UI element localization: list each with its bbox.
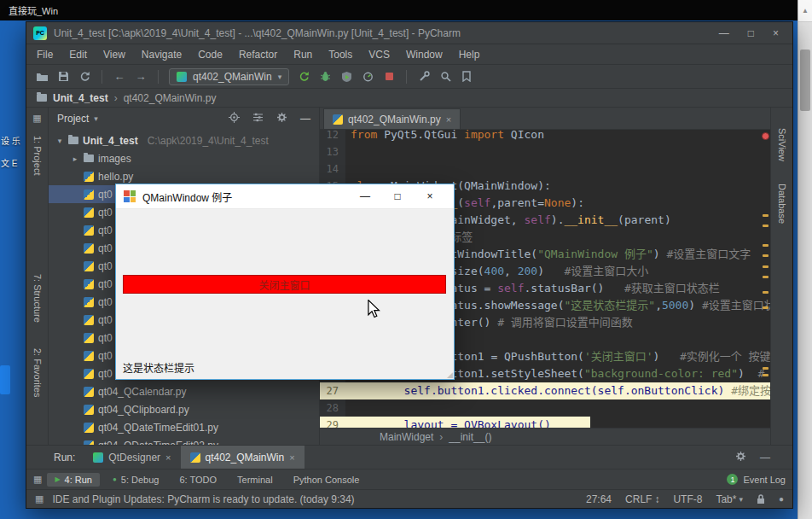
tool-tab-structure[interactable]: 7: Structure bbox=[32, 274, 43, 323]
tree-item[interactable]: qt04_QDateTimeEdit02.py bbox=[49, 436, 319, 445]
scrollbar-thumb[interactable] bbox=[800, 50, 810, 111]
warning-stripe-mark[interactable] bbox=[763, 291, 768, 294]
menu-code[interactable]: Code bbox=[198, 49, 223, 61]
menu-edit[interactable]: Edit bbox=[69, 49, 87, 61]
line-number[interactable]: 14 bbox=[320, 160, 345, 178]
menu-window[interactable]: Window bbox=[406, 49, 443, 61]
resize-grip-icon[interactable]: ◢ bbox=[447, 370, 453, 379]
filter-icon[interactable] bbox=[252, 113, 264, 125]
locate-icon[interactable] bbox=[229, 112, 240, 125]
titlebar[interactable]: PC Unit_4_test [C:\apk\2019_4\Unit_4_tes… bbox=[26, 22, 792, 44]
quick-access-icon[interactable]: ▦ bbox=[33, 474, 42, 485]
close-icon[interactable]: × bbox=[165, 452, 171, 463]
sync-icon[interactable] bbox=[78, 71, 91, 82]
qt-minimize-button[interactable]: — bbox=[349, 190, 381, 202]
run-tab-qtdesigner[interactable]: QtDesigner× bbox=[84, 446, 180, 469]
caret-position[interactable]: 27:64 bbox=[586, 493, 612, 505]
inspections-icon[interactable]: ● bbox=[779, 494, 784, 504]
desktop-icon-label[interactable]: 文 E bbox=[1, 159, 25, 169]
bookmark-icon[interactable] bbox=[460, 71, 473, 82]
tool-tab-project[interactable]: 1: Project bbox=[32, 136, 43, 175]
tree-item[interactable]: qt04_QClipboard.py bbox=[49, 400, 319, 418]
background-window-titlebar[interactable]: 直接玩_Win bbox=[0, 0, 798, 20]
line-number[interactable]: 28 bbox=[320, 399, 345, 417]
close-button[interactable]: × bbox=[773, 27, 779, 39]
qt-maximize-button[interactable]: □ bbox=[381, 190, 414, 202]
open-icon[interactable] bbox=[35, 71, 49, 82]
toolwindow-event-log[interactable]: Event Log bbox=[743, 475, 786, 485]
wrench-icon[interactable] bbox=[417, 71, 431, 82]
menu-help[interactable]: Help bbox=[459, 49, 480, 61]
scrollbar-up-arrow[interactable]: ▲ bbox=[798, 0, 812, 22]
tree-item[interactable]: ▾Unit_4_testC:\apk\2019_4\Unit_4_test bbox=[49, 131, 319, 149]
code-line[interactable]: 13 bbox=[320, 143, 770, 160]
tool-tab-favorites[interactable]: 2: Favorites bbox=[32, 348, 43, 397]
tool-buttons-icon[interactable]: ▦ bbox=[32, 113, 41, 124]
stop-icon[interactable] bbox=[382, 72, 396, 81]
menu-file[interactable]: File bbox=[37, 49, 53, 61]
warning-stripe-mark[interactable] bbox=[763, 225, 768, 227]
close-icon[interactable]: × bbox=[446, 114, 451, 125]
warning-stripe-mark[interactable] bbox=[763, 276, 768, 278]
hide-panel-icon[interactable]: — bbox=[300, 113, 310, 125]
breadcrumb-file[interactable]: qt402_QMainWin.py bbox=[124, 92, 217, 104]
maximize-button[interactable]: □ bbox=[748, 27, 754, 39]
tree-item[interactable]: qt04_QCalendar.py bbox=[49, 382, 319, 400]
toolwindow-5-debug[interactable]: ●5: Debug bbox=[105, 473, 167, 487]
project-view-selector[interactable]: Project bbox=[57, 113, 89, 125]
line-number[interactable]: 29 bbox=[320, 417, 345, 428]
menu-view[interactable]: View bbox=[103, 49, 125, 61]
tree-item[interactable]: ▸images bbox=[49, 149, 319, 167]
rerun-icon[interactable] bbox=[297, 71, 310, 82]
code-line[interactable]: 14 bbox=[320, 160, 770, 178]
tool-tab-sciview[interactable]: SciView bbox=[777, 128, 787, 161]
menu-navigate[interactable]: Navigate bbox=[142, 49, 182, 61]
minimize-button[interactable]: — bbox=[719, 27, 729, 39]
close-main-window-button[interactable]: 关闭主窗口 bbox=[123, 275, 446, 294]
error-indicator-icon[interactable] bbox=[762, 132, 769, 140]
line-number[interactable]: 13 bbox=[320, 143, 345, 160]
toolwindow-python-console[interactable]: Python Console bbox=[286, 473, 368, 487]
back-icon[interactable]: ← bbox=[113, 70, 126, 83]
tree-item[interactable]: hello.py bbox=[49, 167, 319, 185]
breadcrumb-project[interactable]: Unit_4_test bbox=[53, 92, 108, 104]
menu-refactor[interactable]: Refactor bbox=[239, 49, 277, 61]
toolwindow-terminal[interactable]: Terminal bbox=[229, 473, 281, 487]
gear-icon[interactable] bbox=[276, 112, 287, 125]
indent-style[interactable]: Tab* bbox=[716, 493, 736, 505]
lock-icon[interactable] bbox=[757, 493, 765, 504]
code-line[interactable]: 28 bbox=[320, 399, 770, 417]
warning-stripe-mark[interactable] bbox=[763, 367, 768, 370]
breadcrumb-class[interactable]: MainWidget bbox=[380, 431, 433, 443]
toolwindow-4-run[interactable]: ▶4: Run bbox=[47, 473, 100, 487]
run-coverage-icon[interactable] bbox=[339, 71, 353, 82]
code-line[interactable]: 12from PyQt5.QtGui import QIcon bbox=[320, 130, 770, 143]
line-number[interactable]: 27 bbox=[320, 382, 345, 399]
warning-stripe-mark[interactable] bbox=[763, 244, 768, 247]
tree-item[interactable]: qt04_QDateTimeEdit01.py bbox=[49, 418, 319, 436]
desktop-scrollbar[interactable]: ▲ bbox=[798, 0, 812, 519]
warning-stripe-mark[interactable] bbox=[763, 374, 768, 376]
line-separator[interactable]: CRLF bbox=[625, 493, 652, 505]
qt-close-button[interactable]: × bbox=[414, 190, 446, 202]
close-icon[interactable]: × bbox=[289, 452, 294, 463]
code-line[interactable]: 27 self.button1.clicked.connect(self.onB… bbox=[320, 382, 770, 399]
forward-icon[interactable]: → bbox=[134, 70, 148, 83]
hide-panel-icon[interactable]: — bbox=[760, 452, 770, 464]
search-icon[interactable] bbox=[438, 71, 452, 82]
menu-run[interactable]: Run bbox=[293, 49, 312, 61]
toolwindow-6-todo[interactable]: 6: TODO bbox=[171, 473, 224, 487]
desktop-app-icon[interactable] bbox=[0, 365, 10, 394]
statusbar-grid-icon[interactable]: ▦ bbox=[35, 493, 44, 504]
editor-tab[interactable]: qt402_QMainWin.py × bbox=[323, 108, 461, 129]
profiler-icon[interactable] bbox=[361, 71, 374, 82]
breadcrumb-method[interactable]: __init__() bbox=[449, 431, 491, 443]
run-tab-qt402_qmainwin[interactable]: qt402_QMainWin× bbox=[181, 446, 304, 469]
file-encoding[interactable]: UTF-8 bbox=[673, 493, 702, 505]
code-line[interactable]: 29 layout = QVBoxLayout() bbox=[320, 417, 770, 428]
gear-icon[interactable] bbox=[735, 451, 746, 464]
debug-icon[interactable] bbox=[318, 71, 332, 82]
warning-stripe-mark[interactable] bbox=[763, 214, 768, 217]
warning-stripe-mark[interactable] bbox=[763, 265, 768, 268]
warning-stripe-mark[interactable] bbox=[763, 254, 768, 257]
